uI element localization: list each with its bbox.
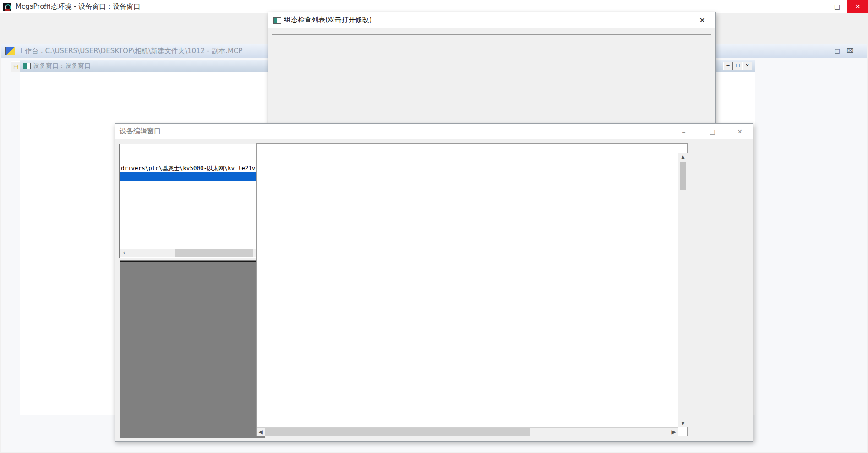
app-title: McgsPro组态环境 - 设备窗口：设备窗口 <box>16 2 140 11</box>
app-icon <box>3 3 11 11</box>
scroll-left-icon[interactable]: ◀ <box>257 428 265 436</box>
check-dialog-close-icon[interactable]: ✕ <box>696 15 708 25</box>
check-result-table <box>272 34 711 35</box>
tree-connector <box>25 81 25 88</box>
workspace-restore-icon[interactable]: □ <box>831 46 843 56</box>
device-window-title: 设备窗口：设备窗口 <box>33 62 91 70</box>
editor-title: 设备编辑窗口 <box>120 127 161 136</box>
device-properties-panel <box>120 260 265 438</box>
editor-titlebar[interactable]: 设备编辑窗口 – □ ✕ <box>115 124 753 139</box>
driver-selected-row[interactable] <box>120 172 262 181</box>
workspace-title: 工作台 : C:\USERS\USER\DESKTOP\相机\新建文件夹\101… <box>18 47 242 55</box>
scroll-down-icon[interactable]: ▼ <box>678 419 688 427</box>
device-properties-table <box>120 261 256 262</box>
scroll-thumb[interactable] <box>175 249 253 257</box>
config-check-dialog: 组态检查列表(双击打开修改) ✕ <box>268 12 716 125</box>
screen: McgsPro组态环境 - 设备窗口：设备窗口 – □ ✕ 工作台 : C:\U… <box>0 0 868 453</box>
workspace-minimize-icon[interactable]: – <box>819 46 830 56</box>
device-window-icon <box>23 63 31 69</box>
check-dialog-icon <box>273 17 281 24</box>
child-restore-icon[interactable]: □ <box>733 62 742 70</box>
device-editor-dialog: 设备编辑窗口 – □ ✕ drivers\plc\基恩士\kv5000-以太网\… <box>115 123 753 442</box>
channel-table-body <box>257 153 678 427</box>
minimize-icon[interactable]: – <box>806 0 827 13</box>
close-icon[interactable]: ✕ <box>847 0 868 13</box>
scroll-thumb[interactable] <box>265 428 530 436</box>
check-dialog-title: 组态检查列表(双击打开修改) <box>284 16 372 24</box>
child-minimize-icon[interactable]: ─ <box>723 62 733 70</box>
maximize-icon[interactable]: □ <box>827 0 847 13</box>
workbench-icon <box>5 47 15 55</box>
scroll-right-icon[interactable]: ▶ <box>670 428 678 436</box>
check-dialog-titlebar[interactable]: 组态检查列表(双击打开修改) ✕ <box>268 12 715 28</box>
driver-path: drivers\plc\基恩士\kv5000-以太网\kv_le21v.ui <box>121 165 266 172</box>
scroll-up-icon[interactable]: ▲ <box>678 153 688 161</box>
channel-vscrollbar[interactable]: ▲ ▼ <box>678 153 688 427</box>
scroll-left-icon[interactable]: ‹ <box>120 249 128 257</box>
scroll-thumb[interactable] <box>680 162 686 190</box>
editor-maximize-icon[interactable]: □ <box>707 127 718 136</box>
channel-table: ▲ ▼ ◀ ▶ <box>256 143 688 436</box>
driver-list-hscrollbar[interactable]: ‹ › <box>120 249 262 257</box>
tree-connector <box>25 88 49 88</box>
child-close-icon[interactable]: ✕ <box>742 62 752 70</box>
driver-listbox[interactable]: drivers\plc\基恩士\kv5000-以太网\kv_le21v.ui ‹… <box>119 144 263 258</box>
editor-minimize-icon[interactable]: – <box>678 127 689 136</box>
channel-hscrollbar[interactable]: ◀ ▶ <box>257 427 678 436</box>
workspace-close-icon[interactable]: ⌧ <box>844 46 856 56</box>
editor-close-icon[interactable]: ✕ <box>734 127 745 136</box>
